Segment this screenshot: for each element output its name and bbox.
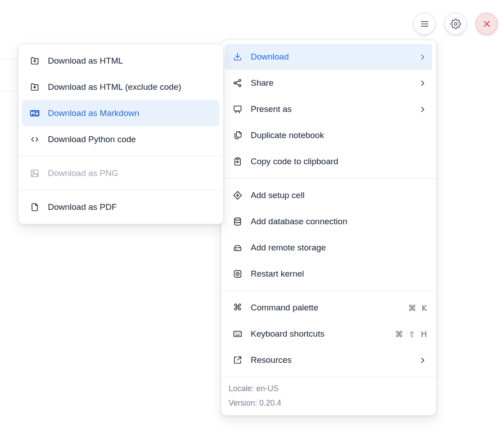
menu-item-add-setup-cell[interactable]: Add setup cell	[225, 182, 432, 208]
menu-item-label: Download Python code	[48, 134, 136, 144]
menu-item-download-as-html[interactable]: Download as HTML	[22, 48, 220, 74]
main-menu-panel: DownloadSharePresent asDuplicate noteboo…	[221, 40, 436, 416]
svg-text:⌘: ⌘	[233, 302, 242, 313]
menu-item-label: Download as Markdown	[48, 108, 139, 118]
menu-item-label: Copy code to clipboard	[251, 157, 338, 166]
menu-item-download-as-png: Download as PNG	[22, 160, 220, 186]
restart-kernel-icon	[232, 268, 243, 279]
menu-footer: Locale: en-USVersion: 0.20.4	[221, 377, 436, 415]
menu-item-label: Share	[251, 78, 274, 88]
clipboard-import-icon	[232, 156, 243, 167]
folder-download-icon	[29, 56, 40, 66]
download-submenu-panel: Download as HTMLDownload as HTML (exclud…	[18, 44, 224, 224]
menu-section: DownloadSharePresent asDuplicate noteboo…	[221, 40, 436, 178]
menu-item-download-as-html-exclude-code[interactable]: Download as HTML (exclude code)	[22, 74, 220, 100]
menu-item-label: Command palette	[251, 303, 318, 313]
folder-download-icon	[29, 82, 40, 92]
download-icon	[232, 51, 243, 62]
image-icon	[29, 168, 40, 179]
menu-item-label: Download as HTML (exclude code)	[48, 82, 181, 92]
close-icon	[481, 18, 493, 30]
shortcut-key: ⇧	[408, 329, 415, 339]
remote-storage-icon	[232, 242, 243, 253]
share-icon	[232, 78, 243, 88]
menu-section: Download as PNG	[18, 157, 223, 190]
menu-section: Add setup cellAdd database connectionAdd…	[221, 179, 436, 291]
menu-item-label: Add setup cell	[251, 190, 304, 200]
database-icon	[232, 216, 243, 227]
chevron-right-icon	[418, 78, 427, 88]
chevron-right-icon	[418, 355, 427, 365]
menu-item-restart-kernel[interactable]: Restart kernel	[225, 261, 432, 287]
file-icon	[29, 202, 40, 213]
menu-item-add-database-connection[interactable]: Add database connection	[225, 208, 432, 235]
menu-button[interactable]	[413, 13, 435, 35]
shortcut-hint: ⌘K	[408, 303, 427, 313]
menu-item-present-as[interactable]: Present as	[225, 96, 432, 122]
menu-item-share[interactable]: Share	[225, 70, 432, 96]
menu-item-label: Restart kernel	[251, 269, 304, 279]
menu-item-download-as-pdf[interactable]: Download as PDF	[22, 194, 220, 220]
command-icon: ⌘	[232, 302, 243, 313]
menu-section: Download as PDF	[18, 190, 223, 224]
shortcut-key: ⌘	[395, 329, 403, 339]
chevron-right-icon	[418, 51, 427, 62]
keyboard-icon	[232, 328, 243, 339]
background-cell-border	[0, 91, 18, 91]
menu-item-keyboard-shortcuts[interactable]: Keyboard shortcuts⌘⇧H	[225, 321, 432, 347]
menu-item-download-python-code[interactable]: Download Python code	[22, 126, 220, 153]
menu-item-label: Download	[251, 52, 289, 62]
menu-item-label: Keyboard shortcuts	[251, 329, 325, 339]
chevron-right-icon	[418, 104, 427, 115]
menu-item-add-remote-storage[interactable]: Add remote storage	[225, 235, 432, 261]
version-text: Version: 0.20.4	[229, 396, 429, 410]
menu-section: Download as HTMLDownload as HTML (exclud…	[18, 44, 223, 156]
settings-button[interactable]	[444, 13, 467, 35]
close-button[interactable]	[476, 13, 498, 35]
background-cell-border	[0, 59, 18, 60]
shortcut-key: ⌘	[408, 303, 416, 313]
menu-item-label: Add database connection	[251, 217, 347, 227]
menu-item-command-palette[interactable]: ⌘Command palette⌘K	[225, 295, 432, 321]
code-icon	[29, 134, 40, 145]
present-icon	[232, 104, 243, 115]
gear-icon	[450, 18, 462, 30]
menu-item-label: Download as PNG	[48, 168, 118, 178]
add-setup-cell-icon	[232, 190, 243, 201]
menu-item-label: Download as PDF	[48, 202, 117, 212]
duplicate-icon	[232, 130, 243, 141]
menu-item-copy-code-to-clipboard[interactable]: Copy code to clipboard	[225, 148, 432, 175]
menu-item-download[interactable]: Download	[225, 44, 432, 70]
menu-item-label: Download as HTML	[48, 56, 123, 66]
shortcut-hint: ⌘⇧H	[395, 329, 427, 339]
external-link-icon	[232, 355, 243, 365]
shortcut-key: K	[422, 303, 427, 313]
hamburger-icon	[419, 18, 431, 30]
locale-text: Locale: en-US	[229, 381, 429, 396]
menu-item-label: Duplicate notebook	[251, 130, 324, 140]
menu-item-download-as-markdown[interactable]: Download as Markdown	[22, 100, 220, 126]
markdown-icon	[29, 108, 40, 119]
menu-item-resources[interactable]: Resources	[225, 347, 432, 373]
menu-item-label: Present as	[251, 104, 292, 114]
menu-item-label: Resources	[251, 355, 292, 365]
menu-item-duplicate-notebook[interactable]: Duplicate notebook	[225, 122, 432, 148]
shortcut-key: H	[421, 329, 427, 339]
menu-section: ⌘Command palette⌘KKeyboard shortcuts⌘⇧HR…	[221, 291, 436, 377]
menu-item-label: Add remote storage	[251, 243, 326, 253]
